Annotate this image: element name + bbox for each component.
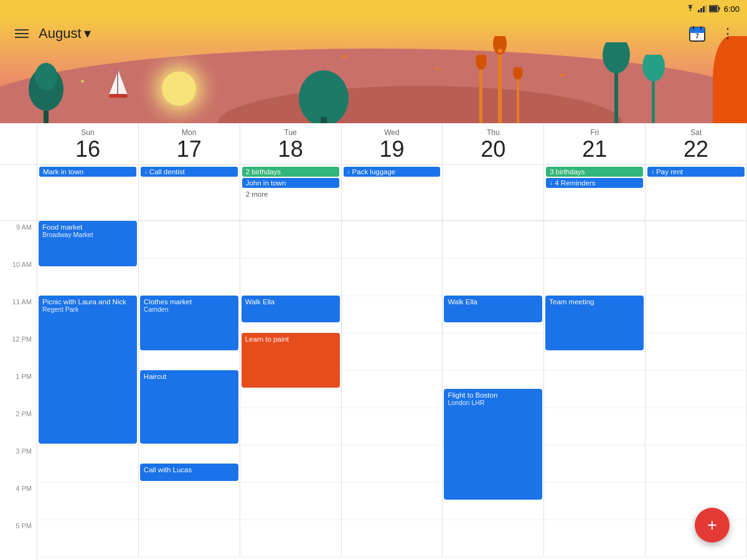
wifi-icon — [685, 5, 695, 12]
day-header-wed: Wed 19 — [342, 123, 443, 164]
event-label: 2 birthdays — [246, 168, 281, 175]
dot-1 — [342, 55, 346, 58]
more-icon: ⋮ — [721, 26, 735, 41]
sun-shape — [162, 72, 196, 106]
event-title: Flight to Boston — [448, 391, 538, 399]
hamburger-line-1 — [15, 29, 29, 30]
reminder-icon-pay-rent: ↓ — [651, 168, 654, 175]
timed-event-1[interactable]: Haircut — [140, 370, 238, 444]
day-num-fri: 21 — [547, 137, 642, 162]
add-event-fab[interactable]: + — [695, 508, 730, 543]
hamburger-button[interactable] — [10, 24, 34, 43]
day-col-fri: Team meeting — [544, 221, 646, 557]
allday-row: Mark in town ↓ Call dentist 2 birthdays … — [0, 165, 747, 221]
sailboat — [103, 67, 134, 101]
day-headers: Sun 16 Mon 17 Tue 18 Wed 19 Thu 20 Fri 2… — [0, 123, 747, 165]
calendar-icon-button[interactable]: 7 — [686, 22, 708, 45]
timed-event-0[interactable]: Food marketBroadway Market — [39, 221, 137, 266]
event-label: 4 Reminders — [555, 179, 595, 187]
svg-rect-0 — [698, 10, 700, 12]
hour-line-3 — [646, 333, 746, 334]
svg-rect-3 — [705, 5, 707, 12]
svg-rect-9 — [109, 94, 128, 98]
event-label: Call dentist — [149, 168, 185, 175]
day-header-sat: Sat 22 — [646, 123, 747, 164]
day-name-tue: Tue — [243, 128, 339, 137]
event-label: John in town — [246, 179, 286, 187]
timed-event-1[interactable]: Learn to paint — [242, 333, 340, 388]
allday-cell-sat: ↓ Pay rent — [646, 165, 747, 220]
hour-line-0 — [342, 221, 443, 222]
day-name-mon: Mon — [141, 128, 237, 137]
event-label: Mark in town — [43, 168, 83, 175]
timed-event-0[interactable]: Clothes marketCamden — [140, 296, 238, 350]
hour-line-9 — [37, 557, 138, 558]
event-3-birthdays[interactable]: 3 birthdays — [546, 167, 643, 177]
day-num-wed: 19 — [344, 137, 440, 162]
time-gutter-header — [0, 123, 37, 164]
event-pack-luggage[interactable]: ↓ Pack luggage — [344, 167, 441, 177]
hour-line-4 — [342, 370, 443, 371]
event-title: Clothes market — [144, 298, 235, 306]
timed-event-0[interactable]: Walk Ella — [444, 296, 542, 322]
svg-point-18 — [642, 55, 665, 82]
hour-line-7 — [544, 482, 645, 483]
hour-line-7 — [37, 482, 138, 483]
event-sub: London LHR — [448, 399, 538, 406]
dot-5 — [81, 80, 84, 83]
hour-line-5 — [240, 408, 341, 408]
day-col-tue: Walk EllaLearn to paint — [240, 221, 342, 557]
allday-cell-mon: ↓ Call dentist — [139, 165, 240, 220]
allday-gutter — [0, 165, 37, 220]
day-num-tue: 18 — [243, 137, 339, 162]
signal-icon — [698, 5, 707, 12]
event-title: Picnic with Laura and Nick — [42, 298, 133, 306]
hour-line-1 — [544, 258, 645, 259]
tree-right-2 — [641, 55, 666, 123]
hour-line-0 — [646, 221, 746, 222]
timed-area: 9 AM10 AM11 AM12 PM1 PM2 PM3 PM4 PM5 PM … — [0, 221, 747, 560]
hour-line-4 — [544, 370, 645, 371]
event-more-tue[interactable]: 2 more — [242, 189, 339, 199]
day-name-wed: Wed — [344, 128, 440, 137]
hour-line-7 — [646, 482, 746, 483]
timed-event-1[interactable]: Flight to BostonLondon LHR — [444, 389, 542, 500]
event-title: Walk Ella — [245, 298, 336, 306]
day-header-thu: Thu 20 — [443, 123, 544, 164]
event-john-in-town[interactable]: John in town — [242, 178, 339, 188]
hour-line-1 — [342, 258, 443, 259]
more-options-button[interactable]: ⋮ — [718, 23, 737, 44]
svg-rect-26 — [690, 27, 705, 33]
hour-line-8 — [342, 520, 443, 520]
time-label-2pm: 2 PM — [0, 408, 37, 445]
battery-icon — [709, 5, 720, 12]
event-label: Pack luggage — [352, 168, 396, 175]
event-2-birthdays[interactable]: 2 birthdays — [242, 167, 339, 177]
day-col-mon: Clothes marketCamdenHaircutCall with Luc… — [139, 221, 240, 557]
svg-rect-12 — [44, 111, 49, 123]
svg-rect-5 — [710, 6, 717, 11]
event-pay-rent[interactable]: ↓ Pay rent — [647, 167, 745, 177]
event-call-dentist[interactable]: ↓ Call dentist — [141, 167, 238, 177]
month-title[interactable]: August ▾ — [39, 26, 91, 42]
hour-line-6 — [240, 445, 341, 446]
day-header-fri: Fri 21 — [544, 123, 646, 164]
month-dropdown-icon: ▾ — [84, 26, 91, 42]
event-4-reminders[interactable]: ↓ 4 Reminders — [546, 178, 643, 188]
event-label: Pay rent — [656, 168, 683, 175]
event-mark-in-town[interactable]: Mark in town — [39, 167, 136, 177]
time-label-12pm: 12 PM — [0, 333, 37, 370]
timed-event-0[interactable]: Walk Ella — [242, 296, 340, 322]
hour-line-9 — [240, 557, 341, 558]
timed-event-0[interactable]: Team meeting — [545, 296, 644, 350]
month-label: August — [39, 26, 82, 42]
time-label-11am: 11 AM — [0, 296, 37, 333]
day-col-sun: Food marketBroadway MarketPicnic with La… — [37, 221, 139, 557]
allday-cell-thu — [443, 165, 544, 220]
svg-point-24 — [513, 67, 523, 80]
timed-event-1[interactable]: Picnic with Laura and NickRegent Park — [39, 296, 137, 444]
hour-line-1 — [139, 258, 240, 259]
timed-event-2[interactable]: Call with Lucas — [140, 464, 238, 481]
event-sub: Broadway Market — [42, 231, 133, 238]
event-title: Learn to paint — [245, 335, 336, 343]
